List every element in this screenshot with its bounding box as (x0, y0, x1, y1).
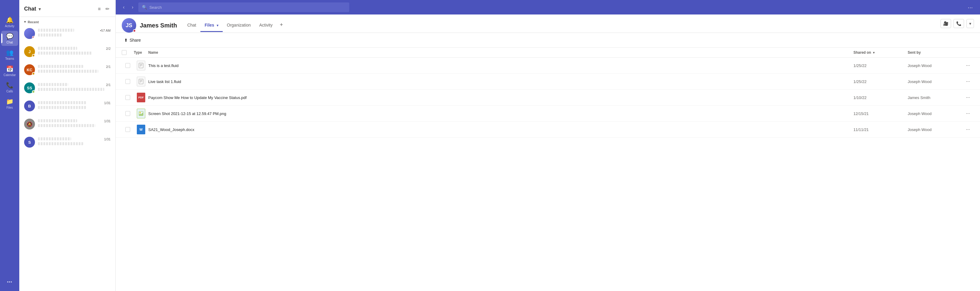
tab-files[interactable]: Files ▾ (200, 19, 223, 32)
file-more-button[interactable]: ··· (962, 79, 974, 84)
file-shared-on: 1/10/22 (853, 95, 908, 100)
chevron-down-icon: ▾ (217, 24, 218, 27)
table-row[interactable]: PDF Paycom Show Me How to Update My Vacc… (116, 90, 980, 106)
header-name[interactable]: Name (148, 50, 853, 54)
profile-header-actions: 🎥 📞 ▾ (940, 19, 974, 32)
fluid-file-icon (137, 77, 145, 86)
list-item[interactable]: B 1/31 (19, 98, 115, 116)
tab-organization[interactable]: Organization (223, 19, 255, 32)
compose-button[interactable]: ✏ (104, 5, 111, 13)
header-check (122, 50, 134, 55)
list-item[interactable]: J 2/2 (19, 44, 115, 62)
file-more-button[interactable]: ··· (962, 95, 974, 100)
profile-avatar: JS (122, 18, 136, 33)
fluid-file-icon (137, 61, 145, 70)
file-icon-cell: W (134, 125, 148, 134)
file-sent-by: James Smith (908, 95, 962, 100)
row-checkbox[interactable] (126, 127, 130, 132)
row-checkbox[interactable] (126, 95, 130, 100)
section-recent[interactable]: ▾ Recent (19, 17, 115, 26)
list-item[interactable]: •57 AM (19, 26, 115, 44)
search-input[interactable] (150, 5, 346, 10)
table-row[interactable]: W SA21_Wood_Joseph.docx 11/11/21 Joseph … (116, 122, 980, 138)
file-sent-by: Joseph Wood (908, 127, 962, 132)
calendar-icon: 📅 (6, 65, 14, 72)
rail-item-teams[interactable]: 👥 Teams (1, 47, 18, 62)
audio-call-button[interactable]: 📞 (953, 19, 964, 28)
file-shared-on: 11/11/21 (853, 127, 908, 132)
chat-time: 1/31 (104, 119, 111, 123)
rail-item-calls[interactable]: 📞 Calls (1, 80, 18, 95)
file-more-button[interactable]: ··· (962, 127, 974, 132)
header-shared-on[interactable]: Shared on ▼ (853, 50, 908, 54)
rail-item-calendar[interactable]: 📅 Calendar (1, 63, 18, 78)
list-item[interactable]: KC 2/1 (19, 62, 115, 80)
header-checkbox[interactable] (122, 50, 127, 55)
teams-icon: 👥 (6, 49, 14, 56)
file-more-button[interactable]: ··· (962, 63, 974, 68)
rail-item-more[interactable]: ••• (1, 278, 18, 286)
table-row[interactable]: This is a test.fluid 1/25/22 Joseph Wood… (116, 58, 980, 74)
file-icon-cell (134, 109, 148, 118)
row-checkbox[interactable] (126, 63, 130, 68)
more-icon: ••• (7, 280, 12, 285)
chat-name (38, 101, 86, 105)
row-checkbox-cell (122, 127, 134, 132)
profile-tabs: Chat Files ▾ Organization Activity + (183, 18, 937, 33)
status-dot (32, 72, 35, 75)
files-toolbar: ⬆ Share (116, 33, 980, 48)
chat-preview (38, 51, 111, 56)
file-name: Screen Shot 2021-12-15 at 12.59.47 PM.pn… (148, 111, 853, 116)
topbar: ‹ › 🔍 ··· (116, 0, 980, 14)
tab-chat[interactable]: Chat (183, 19, 200, 32)
section-label-text: Recent (28, 20, 39, 24)
forward-button[interactable]: › (129, 3, 135, 11)
list-item[interactable]: SS 2/1 (19, 80, 115, 98)
file-more-button[interactable]: ··· (962, 111, 974, 116)
row-checkbox[interactable] (126, 111, 130, 116)
row-checkbox[interactable] (126, 79, 130, 84)
avatar: 🔕 (24, 118, 35, 130)
header-type[interactable]: Type (134, 50, 148, 54)
profile-name: James Smith (140, 22, 177, 29)
activity-icon: 🔔 (6, 16, 14, 24)
video-icon: 🎥 (943, 21, 948, 26)
list-item[interactable]: S 1/31 (19, 134, 115, 152)
table-row[interactable]: Screen Shot 2021-12-15 at 12.59.47 PM.pn… (116, 106, 980, 122)
png-file-icon (137, 109, 145, 118)
avatar: KC (24, 64, 35, 75)
file-icon-cell: PDF (134, 93, 148, 102)
search-bar[interactable]: 🔍 (138, 2, 349, 12)
share-button[interactable]: ⬆ Share (122, 36, 143, 45)
pdf-file-icon: PDF (137, 93, 145, 102)
rail-item-chat[interactable]: 💬 Chat (1, 31, 18, 46)
back-button[interactable]: ‹ (121, 3, 127, 11)
filter-button[interactable]: ≡ (97, 5, 102, 13)
chat-name (38, 137, 71, 141)
table-row[interactable]: Live task list 1.fluid 1/25/22 Joseph Wo… (116, 74, 980, 90)
row-checkbox-cell (122, 79, 134, 84)
add-tab-button[interactable]: + (277, 18, 286, 33)
svg-rect-4 (139, 79, 143, 84)
svg-point-9 (140, 112, 141, 113)
more-options-button[interactable]: ··· (965, 3, 975, 12)
list-item[interactable]: 🔕 1/31 (19, 116, 115, 134)
topbar-right: ··· (965, 3, 975, 12)
rail-item-activity[interactable]: 🔔 Activity (1, 14, 18, 30)
tab-activity[interactable]: Activity (255, 19, 277, 32)
share-label: Share (130, 38, 141, 43)
avatar: J (24, 46, 35, 57)
status-dot (32, 90, 35, 93)
header-sent-by[interactable]: Sent by (908, 50, 962, 54)
sidebar-title[interactable]: Chat ▾ (24, 6, 41, 12)
main-area: ‹ › 🔍 ··· JS James Smith Chat Files (116, 0, 980, 291)
rail-item-files[interactable]: 📁 Files (1, 96, 18, 111)
video-call-button[interactable]: 🎥 (940, 19, 951, 28)
avatar: B (24, 101, 35, 111)
file-name: This is a test.fluid (148, 63, 853, 68)
chat-preview (38, 142, 111, 146)
more-actions-button[interactable]: ▾ (966, 19, 974, 28)
chat-name (38, 46, 77, 51)
chevron-down-icon: ▾ (969, 21, 971, 26)
chat-time: 2/1 (106, 83, 111, 86)
